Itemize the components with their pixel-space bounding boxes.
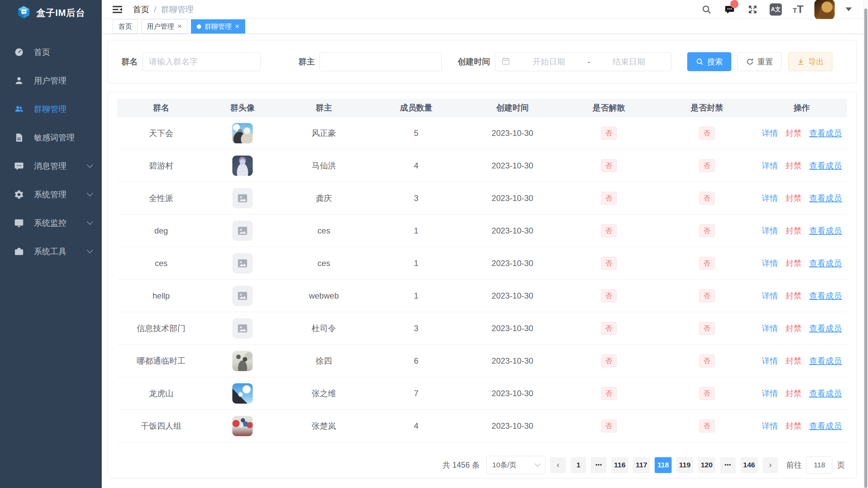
actions-cell: 详情封禁查看成员 bbox=[756, 355, 847, 366]
ban-link[interactable]: 封禁 bbox=[786, 388, 802, 399]
group-table: 群名群头像群主成员数量创建时间是否解散是否封禁操作天下会风正豪52023-10-… bbox=[117, 99, 847, 442]
export-button[interactable]: 导出 bbox=[788, 52, 832, 71]
sidebar-fold-icon[interactable] bbox=[112, 4, 123, 15]
close-icon[interactable]: × bbox=[177, 23, 182, 30]
detail-link[interactable]: 详情 bbox=[762, 323, 778, 334]
ban-link[interactable]: 封禁 bbox=[786, 290, 802, 301]
disbanded-tag: 否 bbox=[601, 257, 617, 270]
fullscreen-icon[interactable] bbox=[747, 3, 759, 16]
created-time-cell: 2023-10-30 bbox=[465, 128, 560, 138]
ban-link[interactable]: 封禁 bbox=[786, 128, 802, 139]
sidebar-item-toolbox[interactable]: 系统工具 bbox=[0, 237, 102, 266]
ban-link[interactable]: 封禁 bbox=[786, 193, 802, 204]
view-members-link[interactable]: 查看成员 bbox=[809, 421, 842, 431]
created-time-cell: 2023-10-30 bbox=[465, 291, 560, 301]
page-button[interactable]: 117 bbox=[633, 457, 650, 473]
detail-link[interactable]: 详情 bbox=[762, 160, 778, 171]
next-page-button[interactable]: › bbox=[763, 457, 778, 473]
view-members-link[interactable]: 查看成员 bbox=[809, 355, 842, 366]
group-owner-cell: 马仙洪 bbox=[280, 160, 368, 171]
image-placeholder-icon bbox=[232, 221, 253, 241]
page-button[interactable]: 1 bbox=[571, 457, 586, 473]
search-icon[interactable] bbox=[700, 3, 713, 16]
user-avatar[interactable] bbox=[814, 0, 835, 20]
page-button[interactable]: 146 bbox=[740, 457, 758, 473]
page-button-current[interactable]: 118 bbox=[655, 457, 672, 473]
group-avatar-cell bbox=[205, 286, 280, 306]
view-members-link[interactable]: 查看成员 bbox=[809, 258, 842, 269]
sidebar-item-gear[interactable]: 系统管理 bbox=[0, 180, 102, 209]
view-members-link[interactable]: 查看成员 bbox=[809, 193, 842, 204]
detail-link[interactable]: 详情 bbox=[762, 355, 778, 366]
date-range-picker[interactable]: 开始日期 - 结束日期 bbox=[495, 52, 671, 71]
tab-home[interactable]: 首页 bbox=[113, 19, 138, 34]
group-avatar bbox=[232, 123, 253, 143]
detail-link[interactable]: 详情 bbox=[762, 421, 778, 431]
page-button[interactable]: 116 bbox=[611, 457, 628, 473]
view-members-link[interactable]: 查看成员 bbox=[809, 388, 842, 399]
detail-link[interactable]: 详情 bbox=[762, 258, 778, 269]
detail-link[interactable]: 详情 bbox=[762, 193, 778, 204]
view-members-link[interactable]: 查看成员 bbox=[809, 225, 842, 236]
caret-down-icon[interactable] bbox=[846, 7, 852, 11]
ban-link[interactable]: 封禁 bbox=[786, 160, 802, 171]
sidebar-item-user[interactable]: 用户管理 bbox=[0, 66, 102, 95]
group-owner-cell: webweb bbox=[280, 291, 368, 301]
sidebar-item-dashboard[interactable]: 首页 bbox=[0, 38, 102, 66]
member-count-cell: 5 bbox=[368, 128, 465, 138]
sidebar-item-chat[interactable]: 消息管理 bbox=[0, 152, 102, 180]
page-button[interactable]: 120 bbox=[698, 457, 715, 473]
member-count-cell: 4 bbox=[368, 421, 465, 431]
group-owner-input[interactable] bbox=[320, 52, 442, 71]
scrollbar-track bbox=[864, 0, 868, 488]
detail-link[interactable]: 详情 bbox=[762, 388, 778, 399]
sidebar-item-document[interactable]: 敏感词管理 bbox=[0, 123, 102, 152]
ban-link[interactable]: 封禁 bbox=[786, 421, 802, 431]
translate-icon[interactable]: A文 bbox=[770, 3, 782, 16]
ban-link[interactable]: 封禁 bbox=[786, 323, 802, 334]
group-owner-cell: ces bbox=[280, 226, 368, 236]
banned-tag: 否 bbox=[699, 224, 715, 237]
sidebar-item-users[interactable]: 群聊管理 bbox=[0, 95, 102, 123]
ban-link[interactable]: 封禁 bbox=[786, 225, 802, 236]
end-date-placeholder[interactable]: 结束日期 bbox=[593, 56, 665, 67]
prev-page-button[interactable]: ‹ bbox=[550, 457, 566, 473]
member-count-cell: 4 bbox=[368, 161, 465, 170]
group-name-input[interactable] bbox=[142, 52, 261, 71]
breadcrumb-home[interactable]: 首页 bbox=[133, 4, 149, 15]
search-button[interactable]: 搜索 bbox=[687, 52, 731, 71]
view-members-link[interactable]: 查看成员 bbox=[809, 323, 842, 334]
member-count-cell: 1 bbox=[368, 291, 465, 301]
view-members-link[interactable]: 查看成员 bbox=[809, 128, 842, 139]
created-time-cell: 2023-10-30 bbox=[465, 226, 560, 236]
ban-link[interactable]: 封禁 bbox=[786, 258, 802, 269]
gear-icon bbox=[14, 189, 24, 200]
message-icon[interactable] bbox=[724, 3, 736, 16]
detail-link[interactable]: 详情 bbox=[762, 290, 778, 301]
app-title: 盒子IM后台 bbox=[36, 7, 85, 19]
page-button[interactable]: 119 bbox=[676, 457, 693, 473]
disbanded-cell: 否 bbox=[560, 420, 657, 432]
member-count-cell: 3 bbox=[368, 194, 465, 203]
ban-link[interactable]: 封禁 bbox=[786, 355, 802, 366]
pagination: 共 1456 条 10条/页 ‹ 1•••116117118119120•••1… bbox=[117, 456, 847, 474]
group-owner-cell: 徐四 bbox=[280, 355, 368, 366]
disbanded-cell: 否 bbox=[560, 257, 657, 270]
disbanded-cell: 否 bbox=[560, 192, 657, 205]
close-icon[interactable]: × bbox=[235, 23, 239, 30]
sidebar-item-label: 系统管理 bbox=[34, 189, 87, 200]
detail-link[interactable]: 详情 bbox=[762, 128, 778, 139]
banned-tag: 否 bbox=[699, 257, 715, 270]
scrollbar-thumb[interactable] bbox=[864, 8, 867, 488]
view-members-link[interactable]: 查看成员 bbox=[809, 160, 842, 171]
sidebar-item-monitor[interactable]: 系统监控 bbox=[0, 209, 102, 237]
view-members-link[interactable]: 查看成员 bbox=[809, 290, 842, 301]
tab-group-management[interactable]: 群聊管理× bbox=[191, 19, 245, 34]
page-size-select[interactable]: 10条/页 bbox=[486, 456, 545, 474]
start-date-placeholder[interactable]: 开始日期 bbox=[513, 56, 585, 67]
detail-link[interactable]: 详情 bbox=[762, 225, 778, 236]
reset-button[interactable]: 重置 bbox=[737, 52, 782, 71]
goto-page-input[interactable] bbox=[807, 456, 832, 473]
tab-user-management[interactable]: 用户管理× bbox=[141, 19, 188, 34]
font-size-icon[interactable]: TT bbox=[793, 3, 804, 16]
